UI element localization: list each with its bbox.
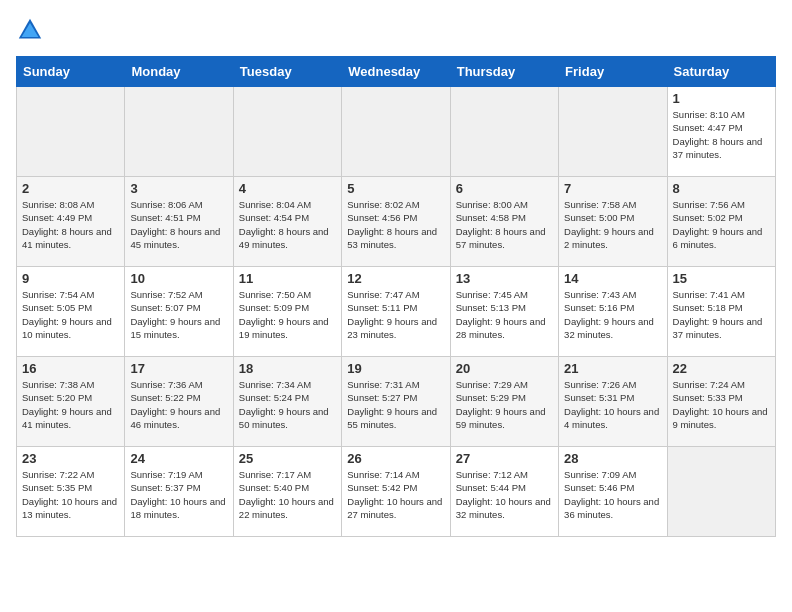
- calendar-cell: 4Sunrise: 8:04 AM Sunset: 4:54 PM Daylig…: [233, 177, 341, 267]
- day-number: 24: [130, 451, 227, 466]
- day-number: 7: [564, 181, 661, 196]
- calendar-cell: 28Sunrise: 7:09 AM Sunset: 5:46 PM Dayli…: [559, 447, 667, 537]
- day-info: Sunrise: 8:04 AM Sunset: 4:54 PM Dayligh…: [239, 198, 336, 251]
- calendar-cell: [233, 87, 341, 177]
- calendar-cell: 11Sunrise: 7:50 AM Sunset: 5:09 PM Dayli…: [233, 267, 341, 357]
- days-header-row: SundayMondayTuesdayWednesdayThursdayFrid…: [17, 57, 776, 87]
- day-number: 11: [239, 271, 336, 286]
- day-header-sunday: Sunday: [17, 57, 125, 87]
- day-number: 2: [22, 181, 119, 196]
- day-number: 19: [347, 361, 444, 376]
- day-info: Sunrise: 8:10 AM Sunset: 4:47 PM Dayligh…: [673, 108, 770, 161]
- day-number: 14: [564, 271, 661, 286]
- calendar-cell: 13Sunrise: 7:45 AM Sunset: 5:13 PM Dayli…: [450, 267, 558, 357]
- calendar-cell: [342, 87, 450, 177]
- day-info: Sunrise: 7:12 AM Sunset: 5:44 PM Dayligh…: [456, 468, 553, 521]
- day-info: Sunrise: 7:26 AM Sunset: 5:31 PM Dayligh…: [564, 378, 661, 431]
- week-row-3: 9Sunrise: 7:54 AM Sunset: 5:05 PM Daylig…: [17, 267, 776, 357]
- week-row-1: 1Sunrise: 8:10 AM Sunset: 4:47 PM Daylig…: [17, 87, 776, 177]
- page-header: [16, 16, 776, 44]
- calendar-cell: 7Sunrise: 7:58 AM Sunset: 5:00 PM Daylig…: [559, 177, 667, 267]
- calendar-cell: 26Sunrise: 7:14 AM Sunset: 5:42 PM Dayli…: [342, 447, 450, 537]
- logo: [16, 16, 48, 44]
- logo-icon: [16, 16, 44, 44]
- day-number: 25: [239, 451, 336, 466]
- day-info: Sunrise: 7:09 AM Sunset: 5:46 PM Dayligh…: [564, 468, 661, 521]
- day-number: 16: [22, 361, 119, 376]
- day-header-monday: Monday: [125, 57, 233, 87]
- day-header-friday: Friday: [559, 57, 667, 87]
- calendar-cell: 10Sunrise: 7:52 AM Sunset: 5:07 PM Dayli…: [125, 267, 233, 357]
- day-info: Sunrise: 7:58 AM Sunset: 5:00 PM Dayligh…: [564, 198, 661, 251]
- calendar-cell: 20Sunrise: 7:29 AM Sunset: 5:29 PM Dayli…: [450, 357, 558, 447]
- day-number: 21: [564, 361, 661, 376]
- day-info: Sunrise: 7:17 AM Sunset: 5:40 PM Dayligh…: [239, 468, 336, 521]
- day-number: 22: [673, 361, 770, 376]
- day-info: Sunrise: 7:29 AM Sunset: 5:29 PM Dayligh…: [456, 378, 553, 431]
- day-info: Sunrise: 8:06 AM Sunset: 4:51 PM Dayligh…: [130, 198, 227, 251]
- day-info: Sunrise: 7:45 AM Sunset: 5:13 PM Dayligh…: [456, 288, 553, 341]
- calendar-cell: 18Sunrise: 7:34 AM Sunset: 5:24 PM Dayli…: [233, 357, 341, 447]
- calendar-cell: 9Sunrise: 7:54 AM Sunset: 5:05 PM Daylig…: [17, 267, 125, 357]
- day-number: 23: [22, 451, 119, 466]
- week-row-4: 16Sunrise: 7:38 AM Sunset: 5:20 PM Dayli…: [17, 357, 776, 447]
- day-number: 26: [347, 451, 444, 466]
- calendar-body: 1Sunrise: 8:10 AM Sunset: 4:47 PM Daylig…: [17, 87, 776, 537]
- day-info: Sunrise: 7:47 AM Sunset: 5:11 PM Dayligh…: [347, 288, 444, 341]
- calendar-cell: 2Sunrise: 8:08 AM Sunset: 4:49 PM Daylig…: [17, 177, 125, 267]
- calendar-cell: [17, 87, 125, 177]
- week-row-2: 2Sunrise: 8:08 AM Sunset: 4:49 PM Daylig…: [17, 177, 776, 267]
- calendar-cell: 8Sunrise: 7:56 AM Sunset: 5:02 PM Daylig…: [667, 177, 775, 267]
- calendar-cell: [667, 447, 775, 537]
- calendar-cell: 15Sunrise: 7:41 AM Sunset: 5:18 PM Dayli…: [667, 267, 775, 357]
- day-info: Sunrise: 7:34 AM Sunset: 5:24 PM Dayligh…: [239, 378, 336, 431]
- day-info: Sunrise: 7:50 AM Sunset: 5:09 PM Dayligh…: [239, 288, 336, 341]
- day-info: Sunrise: 7:31 AM Sunset: 5:27 PM Dayligh…: [347, 378, 444, 431]
- week-row-5: 23Sunrise: 7:22 AM Sunset: 5:35 PM Dayli…: [17, 447, 776, 537]
- calendar-cell: 16Sunrise: 7:38 AM Sunset: 5:20 PM Dayli…: [17, 357, 125, 447]
- day-info: Sunrise: 7:19 AM Sunset: 5:37 PM Dayligh…: [130, 468, 227, 521]
- day-info: Sunrise: 8:08 AM Sunset: 4:49 PM Dayligh…: [22, 198, 119, 251]
- calendar-cell: 24Sunrise: 7:19 AM Sunset: 5:37 PM Dayli…: [125, 447, 233, 537]
- calendar-table: SundayMondayTuesdayWednesdayThursdayFrid…: [16, 56, 776, 537]
- day-info: Sunrise: 7:24 AM Sunset: 5:33 PM Dayligh…: [673, 378, 770, 431]
- day-info: Sunrise: 8:02 AM Sunset: 4:56 PM Dayligh…: [347, 198, 444, 251]
- day-info: Sunrise: 7:52 AM Sunset: 5:07 PM Dayligh…: [130, 288, 227, 341]
- day-header-saturday: Saturday: [667, 57, 775, 87]
- calendar-cell: [125, 87, 233, 177]
- day-number: 13: [456, 271, 553, 286]
- day-header-tuesday: Tuesday: [233, 57, 341, 87]
- day-number: 12: [347, 271, 444, 286]
- day-number: 3: [130, 181, 227, 196]
- day-info: Sunrise: 7:38 AM Sunset: 5:20 PM Dayligh…: [22, 378, 119, 431]
- day-info: Sunrise: 7:41 AM Sunset: 5:18 PM Dayligh…: [673, 288, 770, 341]
- calendar-cell: 3Sunrise: 8:06 AM Sunset: 4:51 PM Daylig…: [125, 177, 233, 267]
- day-number: 4: [239, 181, 336, 196]
- day-number: 27: [456, 451, 553, 466]
- calendar-cell: 12Sunrise: 7:47 AM Sunset: 5:11 PM Dayli…: [342, 267, 450, 357]
- calendar-cell: 6Sunrise: 8:00 AM Sunset: 4:58 PM Daylig…: [450, 177, 558, 267]
- day-number: 5: [347, 181, 444, 196]
- calendar-cell: 5Sunrise: 8:02 AM Sunset: 4:56 PM Daylig…: [342, 177, 450, 267]
- day-info: Sunrise: 7:54 AM Sunset: 5:05 PM Dayligh…: [22, 288, 119, 341]
- calendar-cell: 23Sunrise: 7:22 AM Sunset: 5:35 PM Dayli…: [17, 447, 125, 537]
- day-header-wednesday: Wednesday: [342, 57, 450, 87]
- calendar-header: SundayMondayTuesdayWednesdayThursdayFrid…: [17, 57, 776, 87]
- day-info: Sunrise: 7:36 AM Sunset: 5:22 PM Dayligh…: [130, 378, 227, 431]
- day-number: 9: [22, 271, 119, 286]
- calendar-cell: 21Sunrise: 7:26 AM Sunset: 5:31 PM Dayli…: [559, 357, 667, 447]
- day-info: Sunrise: 7:14 AM Sunset: 5:42 PM Dayligh…: [347, 468, 444, 521]
- day-number: 15: [673, 271, 770, 286]
- day-number: 28: [564, 451, 661, 466]
- day-number: 1: [673, 91, 770, 106]
- calendar-cell: 27Sunrise: 7:12 AM Sunset: 5:44 PM Dayli…: [450, 447, 558, 537]
- calendar-cell: 25Sunrise: 7:17 AM Sunset: 5:40 PM Dayli…: [233, 447, 341, 537]
- day-number: 6: [456, 181, 553, 196]
- calendar-cell: 17Sunrise: 7:36 AM Sunset: 5:22 PM Dayli…: [125, 357, 233, 447]
- calendar-cell: 14Sunrise: 7:43 AM Sunset: 5:16 PM Dayli…: [559, 267, 667, 357]
- day-number: 17: [130, 361, 227, 376]
- calendar-cell: [559, 87, 667, 177]
- day-info: Sunrise: 7:22 AM Sunset: 5:35 PM Dayligh…: [22, 468, 119, 521]
- day-info: Sunrise: 7:43 AM Sunset: 5:16 PM Dayligh…: [564, 288, 661, 341]
- day-number: 18: [239, 361, 336, 376]
